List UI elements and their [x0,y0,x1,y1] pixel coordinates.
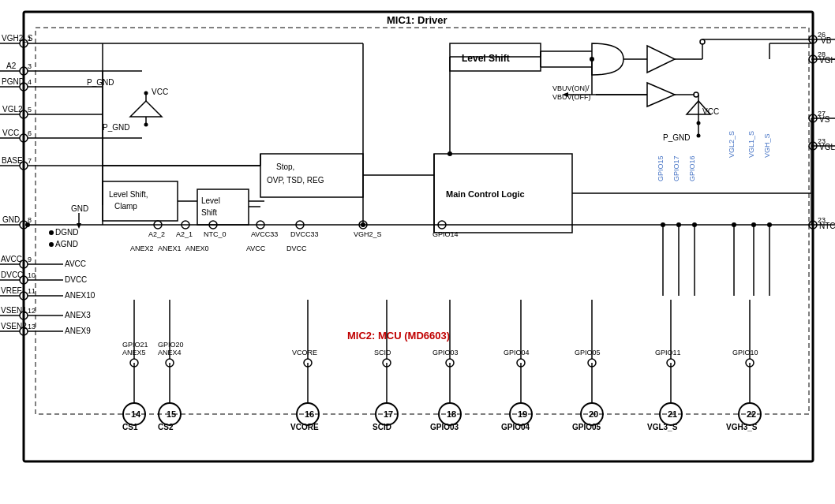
vgh3s-label: VGH3_S [726,423,758,431]
pin21-num-circ: 21 [668,409,677,419]
pin20-num-circ: 20 [589,409,598,419]
gpio20-label: GPIO20 [158,341,184,349]
svg-point-19 [144,123,148,127]
vcore2-label: VCORE [292,349,317,357]
gpio16-vert-label: GPIO16 [688,155,696,181]
scid2-label: SCID [374,349,391,357]
pin19-num-circ: 19 [518,409,527,419]
gpio11-label: GPIO11 [655,349,681,357]
vcc2-label: VCC [702,107,719,116]
vgl1s-vert-label: VGL1_S [747,131,755,158]
svg-point-145 [767,222,772,227]
mcl-label: Main Control Logic [446,189,525,199]
vghs-vert-label: VGH_S [763,133,771,158]
gpio10-label: GPIO10 [732,349,758,357]
pin11-num: 11 [28,287,36,295]
pin-avcc-label: AVCC [1,255,22,263]
pin10-num: 10 [28,271,36,279]
dvcc1-label: DVCC [65,275,87,284]
svg-point-159 [447,151,452,156]
gpio05-label: GPIO05 [572,423,601,431]
pin-a2-label: A2 [6,62,17,70]
pin-vb-label: VB [821,36,832,45]
pin-vgl2-label: VGL2 [2,105,23,114]
ls-clamp-label2: Clamp [114,202,137,211]
svg-point-74 [697,134,701,138]
pin-vs-label: VS [819,115,830,124]
svg-point-33 [49,242,54,247]
a2-1-label: A2_1 [176,230,193,238]
pin-vgh1-label: VGH1 [819,56,835,65]
pin-vref-label: VREF [1,286,22,295]
pin1-num: 1 [28,35,32,43]
pin7-num: 7 [28,157,32,165]
vbuv-label1: VBUV(ON)/ [552,84,590,92]
pin-vsen1-label: VSEN1 [1,306,27,315]
pin3-num: 3 [28,62,32,70]
pin-dvcc-label: DVCC [1,271,23,279]
svg-point-149 [676,222,681,227]
pgnd2-label: P_GND [103,123,129,132]
anex2-label: ANEX2 [130,245,154,252]
anex0-label: ANEX0 [185,245,209,252]
ls2-label1: Level [201,196,220,205]
pin4-num: 4 [28,78,32,86]
ntc0-label: NTC_0 [204,230,227,238]
mic2-label: MIC2: MCU (MD6603) [347,330,450,342]
pin22-num-circ: 22 [747,409,756,419]
svg-point-143 [751,222,756,227]
dvcc-bot-label: DVCC [286,245,307,252]
stop-label1: Stop, [276,162,294,171]
svg-point-17 [144,91,148,95]
cs2-label: CS2 [158,423,174,431]
svg-rect-49 [103,181,178,221]
vgl3s-label: VGL3_S [647,423,678,431]
pin13-num: 13 [28,323,36,330]
scid-label: SCID [373,423,391,431]
gpio14-label: GPIO14 [432,230,459,238]
a2-2-label: A2_2 [148,230,165,238]
dgnd-label: DGND [55,228,78,237]
svg-marker-57 [647,46,675,73]
diagram-container: MIC1: Driver MIC2: MCU (MD6603) VGH2_S 1… [0,0,835,504]
pin17-num-circ: 17 [384,409,393,419]
pin-vgl1-label: VGL1 [819,143,835,151]
pin5-num: 5 [28,106,32,114]
pin-gnd-label: GND [2,215,20,224]
pin14-num-circ: 14 [131,409,141,419]
vgl2s-vert-label: VGL2_S [728,131,736,158]
svg-marker-15 [130,101,162,117]
vcore-label: VCORE [290,423,319,431]
avcc1-label: AVCC [65,259,86,268]
ls-clamp-label1: Level Shift, [109,190,148,199]
avcc33-label: AVCC33 [251,230,278,238]
dvcc33-label: DVCC33 [290,230,319,238]
pin-vsen2-label: VSEN2 [1,322,27,330]
gpio04-label: GPIO04 [501,423,530,431]
gpio17-vert-label: GPIO17 [672,155,680,181]
svg-point-32 [49,230,54,235]
svg-point-141 [732,222,736,227]
avcc-bot-label: AVCC [246,245,266,252]
gpio03-2-label: GPIO03 [432,349,459,357]
pgnd1-label: P_GND [87,78,114,87]
pin15-num-circ: 15 [167,409,176,419]
pin18-num-circ: 18 [447,409,456,419]
pin12-num: 12 [28,307,36,315]
vgh2s-bot-label: VGH2_S [354,230,382,238]
pin9-num: 9 [28,256,32,263]
gpio21-label: GPIO21 [122,341,148,349]
anex1-label: ANEX1 [158,245,182,252]
gpio04-2-label: GPIO04 [504,349,530,357]
mic1-label: MIC1: Driver [387,14,447,26]
anex3-label: ANEX3 [65,311,91,319]
agnd-label: AGND [55,240,78,248]
svg-rect-50 [197,189,249,225]
stop-label2: OVP, TSD, REG [267,176,324,185]
anex10-label: ANEX10 [65,291,95,300]
pin-base-label: BASE [2,156,23,165]
pin-vcc-label: VCC [2,129,19,137]
pin-pgnd-label: PGND [2,77,24,86]
pin-ntc-label: NTC [819,222,835,230]
pin6-num: 6 [28,129,32,137]
